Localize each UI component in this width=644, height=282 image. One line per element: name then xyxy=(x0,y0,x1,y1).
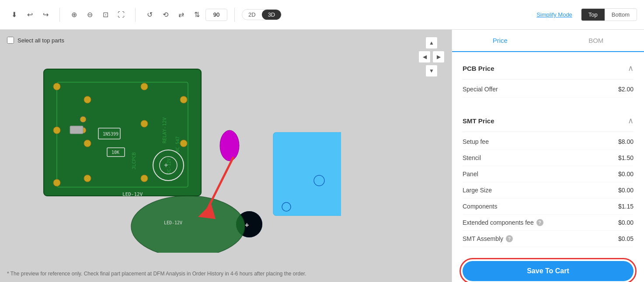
smt-price-toggle[interactable]: ∧ xyxy=(628,116,634,125)
main-content: Select all top parts ▲ ◀ ▶ ▼ 1N5399 10K xyxy=(0,30,644,282)
pcb-container: 1N5399 10K RE xyxy=(35,56,341,253)
rotate-left-button[interactable]: ↺ xyxy=(143,8,157,22)
tab-bom[interactable]: BOM xyxy=(548,30,644,51)
setup-fee-value: $8.00 xyxy=(618,138,634,145)
price-row-large-size: Large Size $0.00 xyxy=(463,182,634,198)
special-offer-label: Special Offer xyxy=(463,86,498,93)
undo-button[interactable]: ↩ xyxy=(23,8,37,22)
toolbar-file-actions: ⬇ ↩ ↪ xyxy=(7,8,52,22)
svg-point-9 xyxy=(84,96,91,103)
select-all-label: Select all top parts xyxy=(17,37,64,44)
svg-text:RELAY-12V: RELAY-12V xyxy=(162,117,167,143)
toolbar-zoom-actions: ⊕ ⊖ ⊡ ⛶ xyxy=(67,8,128,22)
flip-h-button[interactable]: ⇄ xyxy=(174,8,188,22)
large-size-label: Large Size xyxy=(463,187,492,194)
svg-point-16 xyxy=(180,140,187,147)
top-view-button[interactable]: Top xyxy=(581,9,605,21)
select-all-row: Select all top parts xyxy=(7,37,64,44)
svg-point-13 xyxy=(141,120,148,127)
toolbar-rotate-actions: ↺ ⟲ ⇄ ⇅ 90 xyxy=(143,8,227,22)
svg-point-14 xyxy=(141,175,148,182)
nav-arrows: ▲ ◀ ▶ ▼ xyxy=(418,37,445,77)
smt-assembly-info-icon[interactable]: ? xyxy=(506,235,513,242)
svg-text:1N5399: 1N5399 xyxy=(103,132,118,136)
nav-left-button[interactable]: ◀ xyxy=(418,51,431,63)
special-offer-value: $2.00 xyxy=(618,86,634,93)
flip-v-button[interactable]: ⇅ xyxy=(190,8,204,22)
fit-view-button[interactable]: ⊡ xyxy=(98,8,112,22)
smt-assembly-label: SMT Assembly ? xyxy=(463,235,513,242)
price-row-stencil: Stencil $1.50 xyxy=(463,150,634,166)
svg-text:BC 547: BC 547 xyxy=(175,136,180,152)
bottom-note: * The preview for reference only. Check … xyxy=(7,271,306,277)
svg-point-10 xyxy=(84,140,91,147)
zoom-in-button[interactable]: ⊕ xyxy=(67,8,81,22)
svg-text:+: + xyxy=(164,161,168,169)
price-row-smt-assembly: SMT Assembly ? $0.05 xyxy=(463,231,634,247)
pcb-price-title: PCB Price xyxy=(463,65,494,72)
svg-point-6 xyxy=(53,83,60,90)
pcb-price-section: PCB Price ∧ Special Offer $2.00 xyxy=(452,52,644,104)
svg-point-15 xyxy=(180,96,187,103)
svg-point-11 xyxy=(84,175,91,182)
panel-tabs: Price BOM xyxy=(452,30,644,52)
view-2d-button[interactable]: 2D xyxy=(242,10,262,20)
redo-button[interactable]: ↪ xyxy=(38,8,52,22)
large-size-value: $0.00 xyxy=(618,187,634,194)
extended-info-icon[interactable]: ? xyxy=(536,219,543,226)
tab-price[interactable]: Price xyxy=(452,30,548,52)
rotate-ccw-button[interactable]: ⟲ xyxy=(158,8,172,22)
stencil-value: $1.50 xyxy=(618,154,634,161)
view-3d-button[interactable]: 3D xyxy=(262,10,282,20)
setup-fee-label: Setup fee xyxy=(463,138,489,145)
extended-label: Extended components fee ? xyxy=(463,219,543,226)
stencil-label: Stencil xyxy=(463,154,481,161)
nav-right-button[interactable]: ▶ xyxy=(432,51,445,63)
nav-up-button[interactable]: ▲ xyxy=(425,37,438,49)
simplify-mode-button[interactable]: Simplify Mode xyxy=(536,11,572,18)
right-panel: Price BOM PCB Price ∧ Special Offer $2.0… xyxy=(452,30,644,282)
toolbar: ⬇ ↩ ↪ ⊕ ⊖ ⊡ ⛶ ↺ ⟲ ⇄ ⇅ 90 2D 3D Simplify … xyxy=(0,0,644,30)
price-row-extended: Extended components fee ? $0.00 xyxy=(463,215,634,231)
smt-price-title: SMT Price xyxy=(463,117,494,125)
zoom-out-button[interactable]: ⊖ xyxy=(83,8,97,22)
svg-rect-29 xyxy=(273,132,341,216)
svg-text:+: + xyxy=(245,221,249,229)
price-row-special-offer: Special Offer $2.00 xyxy=(463,81,634,97)
pcb-svg: 1N5399 10K RE xyxy=(35,56,341,253)
price-row-components: Components $1.15 xyxy=(463,198,634,215)
svg-rect-0 xyxy=(44,69,201,196)
save-to-cart-button[interactable]: Save To Cart xyxy=(463,261,634,281)
svg-rect-19 xyxy=(70,126,83,134)
components-value: $1.15 xyxy=(618,203,634,210)
svg-text:JLCPCB: JLCPCB xyxy=(131,152,137,170)
bottom-view-button[interactable]: Bottom xyxy=(605,9,637,21)
components-label: Components xyxy=(463,203,497,210)
extended-value: $0.00 xyxy=(618,219,634,226)
svg-point-7 xyxy=(53,127,60,134)
price-row-panel: Panel $0.00 xyxy=(463,166,634,182)
pcb-price-toggle[interactable]: ∧ xyxy=(628,63,634,73)
view-toggle: 2D 3D xyxy=(242,9,282,20)
download-button[interactable]: ⬇ xyxy=(7,8,21,22)
svg-point-12 xyxy=(141,83,148,90)
smt-price-divider xyxy=(463,132,634,132)
svg-point-35 xyxy=(131,196,245,253)
top-bottom-toggle: Top Bottom xyxy=(581,8,637,21)
angle-input[interactable]: 90 xyxy=(205,9,227,21)
panel-label: Panel xyxy=(463,171,478,178)
crop-button[interactable]: ⛶ xyxy=(114,8,128,22)
nav-row: ◀ ▶ xyxy=(418,51,445,63)
panel-value: $0.00 xyxy=(618,171,634,178)
select-all-checkbox[interactable] xyxy=(7,37,14,44)
smt-assembly-value: $0.05 xyxy=(618,235,634,242)
svg-point-8 xyxy=(53,179,60,186)
svg-text:LED-12V: LED-12V xyxy=(122,191,143,197)
pcb-price-header: PCB Price ∧ xyxy=(463,59,634,77)
nav-down-button[interactable]: ▼ xyxy=(425,65,438,77)
svg-text:LED-12V: LED-12V xyxy=(164,220,182,225)
smt-price-header: SMT Price ∧ xyxy=(463,111,634,130)
svg-point-28 xyxy=(220,130,239,161)
canvas-area[interactable]: Select all top parts ▲ ◀ ▶ ▼ 1N5399 10K xyxy=(0,30,452,282)
svg-point-17 xyxy=(80,116,86,122)
